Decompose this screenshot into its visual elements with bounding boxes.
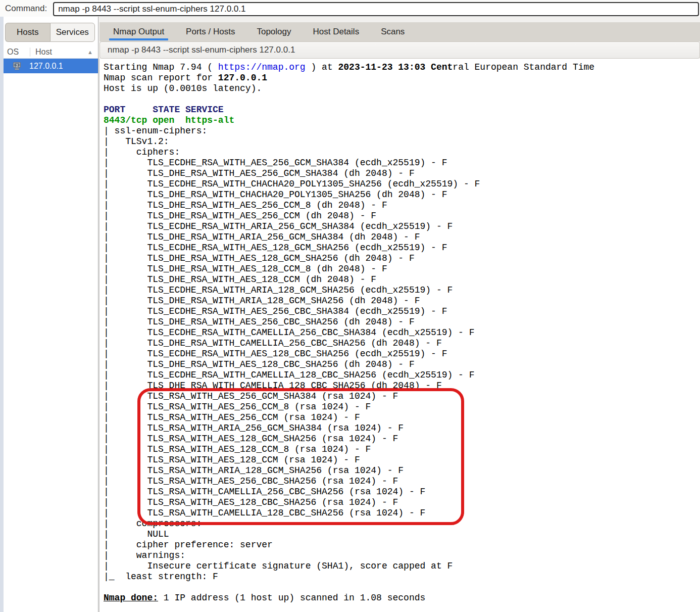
view-toggle: Hosts Services xyxy=(5,23,95,42)
output-line: | TLS_RSA_WITH_AES_128_CCM_8 (rsa 1024) … xyxy=(104,444,700,455)
tab-nmap-output[interactable]: Nmap Output xyxy=(110,22,167,41)
output-line: 8443/tcp open https-alt xyxy=(104,115,700,126)
output-line: | TLS_DHE_RSA_WITH_CAMELLIA_128_CBC_SHA2… xyxy=(104,381,700,391)
services-tab-button[interactable]: Services xyxy=(50,23,95,42)
output-line: | TLS_RSA_WITH_AES_256_CCM_8 (rsa 1024) … xyxy=(104,402,700,412)
os-column-header[interactable]: OS xyxy=(4,48,30,57)
output-line: | ciphers: xyxy=(104,147,700,158)
output-line: | TLS_ECDHE_RSA_WITH_ARIA_128_GCM_SHA256… xyxy=(104,285,700,296)
output-line: | TLS_DHE_RSA_WITH_ARIA_128_GCM_SHA256 (… xyxy=(104,296,700,306)
output-line xyxy=(104,94,700,105)
host-column-header[interactable]: Host xyxy=(35,48,87,57)
output-line: | TLS_DHE_RSA_WITH_ARIA_256_GCM_SHA384 (… xyxy=(104,232,700,243)
output-line: | TLS_ECDHE_RSA_WITH_CAMELLIA_128_CBC_SH… xyxy=(104,370,700,381)
nmap-output-panel[interactable]: Starting Nmap 7.94 ( https://nmap.org ) … xyxy=(99,59,700,612)
output-line: Nmap scan report for 127.0.0.1 xyxy=(104,73,700,83)
output-line: | ssl-enum-ciphers: xyxy=(104,126,700,136)
tab-host-details[interactable]: Host Details xyxy=(310,22,362,41)
output-line: | TLS_ECDHE_RSA_WITH_CAMELLIA_256_CBC_SH… xyxy=(104,327,700,338)
sort-ascending-icon[interactable]: ▲ xyxy=(87,49,98,55)
output-line: | Insecure certificate signature (SHA1),… xyxy=(104,561,700,572)
window-gutter xyxy=(0,17,4,612)
output-line: |_ least strength: F xyxy=(104,572,700,582)
output-line: | TLS_DHE_RSA_WITH_AES_128_CCM (dh 2048)… xyxy=(104,274,700,285)
output-line: | TLS_ECDHE_RSA_WITH_ARIA_256_GCM_SHA384… xyxy=(104,221,700,232)
output-line: | TLS_ECDHE_RSA_WITH_AES_256_GCM_SHA384 … xyxy=(104,158,700,168)
output-line: | TLS_DHE_RSA_WITH_AES_256_GCM_SHA384 (d… xyxy=(104,168,700,179)
output-line: | TLS_DHE_RSA_WITH_CAMELLIA_256_CBC_SHA2… xyxy=(104,338,700,349)
output-line: Starting Nmap 7.94 ( https://nmap.org ) … xyxy=(104,62,700,73)
output-line: | TLS_ECDHE_RSA_WITH_AES_128_CBC_SHA256 … xyxy=(104,349,700,359)
output-line: | TLS_RSA_WITH_AES_128_GCM_SHA256 (rsa 1… xyxy=(104,434,700,444)
pane-divider[interactable] xyxy=(98,17,98,612)
output-line: | TLS_DHE_RSA_WITH_AES_256_CCM_8 (dh 204… xyxy=(104,200,700,211)
nmap-output-text: Starting Nmap 7.94 ( https://nmap.org ) … xyxy=(99,59,700,603)
scan-command-selector[interactable]: nmap -p 8443 --script ssl-enum-ciphers 1… xyxy=(99,41,700,59)
output-line xyxy=(104,582,700,593)
output-line: | TLS_DHE_RSA_WITH_AES_256_CCM (dh 2048)… xyxy=(104,211,700,221)
output-line: | compressors: xyxy=(104,519,700,529)
output-line: | TLS_ECDHE_RSA_WITH_CHACHA20_POLY1305_S… xyxy=(104,179,700,190)
output-line: Host is up (0.0010s latency). xyxy=(104,83,700,94)
output-line: | TLS_RSA_WITH_AES_256_CCM (rsa 1024) - … xyxy=(104,412,700,423)
output-line: | cipher preference: server xyxy=(104,540,700,550)
output-line: | TLS_DHE_RSA_WITH_AES_128_CCM_8 (dh 204… xyxy=(104,264,700,274)
os-unknown-icon: ? xyxy=(13,62,22,70)
output-line: | TLS_RSA_WITH_CAMELLIA_128_CBC_SHA256 (… xyxy=(104,508,700,519)
tab-ports-hosts[interactable]: Ports / Hosts xyxy=(183,22,238,41)
output-line: | TLS_DHE_RSA_WITH_AES_256_CBC_SHA256 (d… xyxy=(104,317,700,327)
output-line: | TLS_ECDHE_RSA_WITH_AES_256_CBC_SHA384 … xyxy=(104,306,700,317)
command-input[interactable] xyxy=(53,2,699,16)
host-list-panel: Hosts Services OS Host ▲ ? 127.0.0.1 xyxy=(4,17,98,612)
output-line: | TLS_RSA_WITH_AES_256_GCM_SHA384 (rsa 1… xyxy=(104,391,700,402)
output-line: | NULL xyxy=(104,529,700,540)
output-line: | TLS_DHE_RSA_WITH_AES_128_CBC_SHA256 (d… xyxy=(104,359,700,370)
tab-topology[interactable]: Topology xyxy=(254,22,294,41)
scan-command-text: nmap -p 8443 --script ssl-enum-ciphers 1… xyxy=(108,45,295,55)
output-line: | TLS_RSA_WITH_ARIA_128_GCM_SHA256 (rsa … xyxy=(104,465,700,476)
output-line: | TLS_RSA_WITH_AES_128_CBC_SHA256 (rsa 1… xyxy=(104,497,700,508)
host-list-header: OS Host ▲ xyxy=(4,45,98,59)
output-line: | TLS_DHE_RSA_WITH_CHACHA20_POLY1305_SHA… xyxy=(104,190,700,200)
command-bar: Command: xyxy=(0,0,700,17)
output-line: | TLS_RSA_WITH_AES_256_CBC_SHA256 (rsa 1… xyxy=(104,476,700,487)
svg-text:?: ? xyxy=(16,63,18,67)
host-ip: 127.0.0.1 xyxy=(29,62,63,71)
output-line: | TLS_RSA_WITH_ARIA_256_GCM_SHA384 (rsa … xyxy=(104,423,700,434)
host-row[interactable]: ? 127.0.0.1 xyxy=(4,59,98,73)
output-line: Nmap done: 1 IP address (1 host up) scan… xyxy=(104,593,700,603)
output-line: | TLS_RSA_WITH_AES_128_CCM (rsa 1024) - … xyxy=(104,455,700,465)
main-tabbar: Nmap Output Ports / Hosts Topology Host … xyxy=(99,22,700,41)
output-line: | TLSv1.2: xyxy=(104,136,700,147)
output-line: | TLS_DHE_RSA_WITH_AES_128_GCM_SHA256 (d… xyxy=(104,253,700,264)
column-divider xyxy=(30,48,30,57)
output-line: | TLS_RSA_WITH_CAMELLIA_256_CBC_SHA256 (… xyxy=(104,487,700,497)
output-line: | TLS_ECDHE_RSA_WITH_AES_128_GCM_SHA256 … xyxy=(104,243,700,253)
output-line: PORT STATE SERVICE xyxy=(104,105,700,115)
command-label: Command: xyxy=(0,4,53,14)
hosts-tab-button[interactable]: Hosts xyxy=(5,23,50,42)
tab-scans[interactable]: Scans xyxy=(378,22,408,41)
output-line: | warnings: xyxy=(104,550,700,561)
